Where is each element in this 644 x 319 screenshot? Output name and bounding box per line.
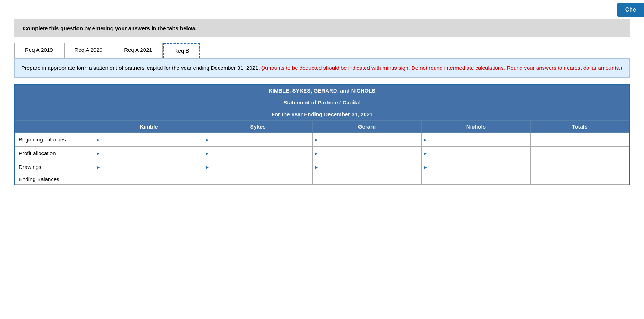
arrow-icon: ►	[96, 137, 101, 142]
column-header-row: Kimble Sykes Gerard Nichols Totals	[15, 121, 629, 133]
table-title-1: KIMBLE, SYKES, GERARD, and NICHOLS	[15, 85, 629, 96]
cell-profit-kimble[interactable]: ►	[94, 147, 203, 160]
tab-req-b[interactable]: Req B	[163, 43, 200, 58]
cell-profit-sykes[interactable]: ►	[203, 147, 312, 160]
cell-beginning-sykes[interactable]: ►	[203, 133, 312, 147]
input-ending-totals[interactable]	[534, 176, 626, 182]
tab-req-a-2019[interactable]: Req A 2019	[14, 43, 63, 58]
cell-drawings-totals[interactable]	[530, 160, 629, 174]
cell-ending-kimble[interactable]	[94, 174, 203, 185]
arrow-icon: ►	[205, 150, 209, 156]
row-label-profit-allocation: Profit allocation	[15, 147, 94, 160]
cell-profit-nichols[interactable]: ►	[422, 147, 530, 160]
input-profit-totals[interactable]	[534, 150, 626, 156]
input-ending-gerard[interactable]	[316, 176, 418, 182]
arrow-icon: ►	[423, 164, 428, 170]
table-row: Drawings ► ► ► ►	[15, 160, 629, 174]
col-header-kimble: Kimble	[94, 121, 203, 133]
cell-drawings-nichols[interactable]: ►	[422, 160, 530, 174]
check-button[interactable]: Che	[617, 3, 644, 17]
cell-beginning-kimble[interactable]: ►	[94, 133, 203, 147]
col-header-label	[15, 121, 94, 133]
input-profit-sykes[interactable]	[206, 149, 309, 158]
arrow-icon: ►	[314, 137, 319, 142]
cell-profit-gerard[interactable]: ►	[312, 147, 421, 160]
cell-beginning-gerard[interactable]: ►	[312, 133, 421, 147]
arrow-icon: ►	[205, 137, 209, 142]
row-label-ending-balances: Ending Balances	[15, 174, 94, 185]
question-red-text: (Amounts to be deducted should be indica…	[261, 65, 622, 71]
table-row: Profit allocation ► ► ► ►	[15, 147, 629, 160]
cell-beginning-nichols[interactable]: ►	[422, 133, 530, 147]
input-beginning-sykes[interactable]	[206, 135, 309, 144]
col-header-nichols: Nichols	[422, 121, 530, 133]
input-drawings-kimble[interactable]	[97, 162, 200, 171]
cell-beginning-totals[interactable]	[530, 133, 629, 147]
arrow-icon: ►	[314, 150, 319, 156]
table-row: Ending Balances	[15, 174, 629, 185]
input-beginning-totals[interactable]	[534, 136, 626, 143]
arrow-icon: ►	[96, 150, 101, 156]
cell-ending-nichols[interactable]	[422, 174, 530, 185]
cell-drawings-sykes[interactable]: ►	[203, 160, 312, 174]
input-profit-gerard[interactable]	[316, 149, 418, 158]
arrow-icon: ►	[423, 137, 428, 142]
input-beginning-nichols[interactable]	[424, 135, 527, 144]
tabs-row: Req A 2019 Req A 2020 Req A 2021 Req B	[14, 43, 630, 58]
tabs-area: Req A 2019 Req A 2020 Req A 2021 Req B	[14, 43, 630, 58]
input-drawings-totals[interactable]	[534, 164, 626, 170]
input-profit-nichols[interactable]	[424, 149, 527, 158]
col-header-totals: Totals	[530, 121, 629, 133]
tab-req-a-2020[interactable]: Req A 2020	[64, 43, 113, 58]
input-drawings-gerard[interactable]	[316, 162, 418, 171]
table-row: Beginning balances ► ► ► ►	[15, 133, 629, 147]
table-title-3: For the Year Ending December 31, 2021	[15, 108, 629, 120]
cell-drawings-gerard[interactable]: ►	[312, 160, 421, 174]
question-main-text: Prepare in appropriate form a statement …	[21, 65, 261, 71]
partners-capital-table: Kimble Sykes Gerard Nichols Totals Begin…	[15, 120, 629, 185]
input-beginning-gerard[interactable]	[316, 135, 418, 144]
cell-ending-sykes[interactable]	[203, 174, 312, 185]
question-description: Prepare in appropriate form a statement …	[14, 58, 630, 78]
col-header-gerard: Gerard	[312, 121, 421, 133]
arrow-icon: ►	[423, 150, 428, 156]
input-drawings-sykes[interactable]	[206, 162, 309, 171]
input-drawings-nichols[interactable]	[424, 162, 527, 171]
input-profit-kimble[interactable]	[97, 149, 200, 158]
top-bar: Che	[0, 0, 644, 19]
cell-profit-totals[interactable]	[530, 147, 629, 160]
input-ending-nichols[interactable]	[424, 176, 527, 182]
cell-ending-gerard[interactable]	[312, 174, 421, 185]
col-header-sykes: Sykes	[203, 121, 312, 133]
arrow-icon: ►	[205, 164, 209, 170]
input-ending-kimble[interactable]	[97, 176, 200, 182]
input-ending-sykes[interactable]	[206, 176, 309, 182]
cell-ending-totals[interactable]	[530, 174, 629, 185]
statement-table-container: KIMBLE, SYKES, GERARD, and NICHOLS State…	[14, 84, 630, 185]
instruction-box: Complete this question by entering your …	[14, 19, 630, 37]
table-title-2: Statement of Partners' Capital	[15, 96, 629, 108]
instruction-text: Complete this question by entering your …	[23, 25, 197, 31]
row-label-beginning-balances: Beginning balances	[15, 133, 94, 147]
row-label-drawings: Drawings	[15, 160, 94, 174]
tab-req-a-2021[interactable]: Req A 2021	[114, 43, 163, 58]
arrow-icon: ►	[314, 164, 319, 170]
arrow-icon: ►	[96, 164, 101, 170]
cell-drawings-kimble[interactable]: ►	[94, 160, 203, 174]
input-beginning-kimble[interactable]	[97, 135, 200, 144]
